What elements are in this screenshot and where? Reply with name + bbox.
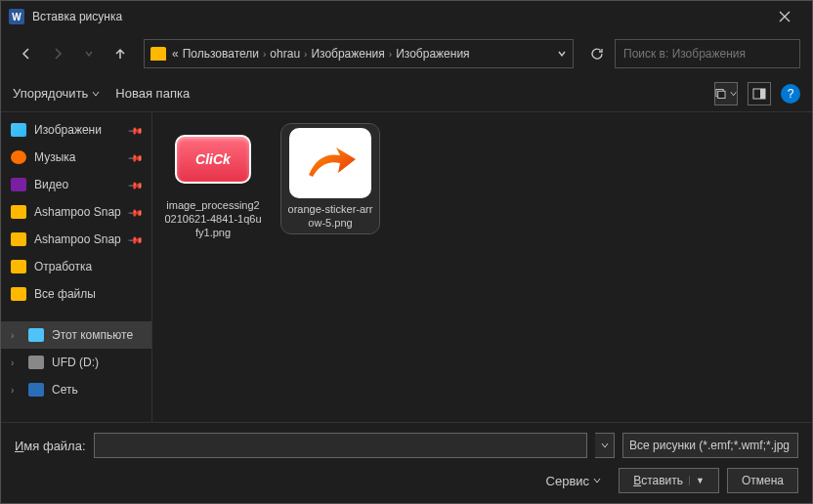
search-input[interactable] bbox=[615, 39, 800, 68]
sidebar-item-label: Все файлы bbox=[34, 287, 96, 301]
chevron-down-icon bbox=[593, 477, 601, 484]
breadcrumb[interactable]: « Пользователи › ohrau › Изображения › И… bbox=[144, 39, 574, 68]
breadcrumb-segment[interactable]: Изображения bbox=[311, 47, 384, 61]
file-item[interactable]: CliCk image_processing20210621-4841-1q6u… bbox=[164, 124, 262, 239]
sidebar-item-folder[interactable]: Отработка bbox=[1, 253, 151, 280]
filename-label: Имя файла: bbox=[15, 439, 86, 453]
folder-icon bbox=[11, 260, 26, 273]
pc-icon bbox=[28, 328, 44, 342]
sidebar-item-video[interactable]: Видео 📌 bbox=[1, 171, 151, 198]
chevron-down-icon[interactable] bbox=[557, 49, 567, 59]
close-icon bbox=[779, 11, 791, 22]
breadcrumb-segment[interactable]: Изображения bbox=[396, 47, 469, 61]
file-name: image_processing20210621-4841-1q6ufy1.pn… bbox=[164, 198, 262, 239]
help-button[interactable]: ? bbox=[781, 84, 800, 104]
filename-dropdown[interactable] bbox=[595, 433, 615, 458]
up-button[interactable] bbox=[107, 40, 134, 67]
forward-button[interactable] bbox=[44, 40, 71, 67]
arrow-icon bbox=[301, 142, 360, 185]
folder-icon bbox=[11, 287, 26, 301]
organize-label: Упорядочить bbox=[13, 86, 88, 101]
tools-menu[interactable]: Сервис bbox=[546, 474, 602, 488]
drive-icon bbox=[28, 356, 44, 369]
arrow-left-icon bbox=[20, 47, 33, 61]
sidebar-item-label: Видео bbox=[34, 178, 68, 191]
preview-icon bbox=[752, 88, 766, 100]
arrow-right-icon bbox=[51, 47, 64, 61]
svg-rect-3 bbox=[760, 89, 765, 99]
recent-dropdown[interactable] bbox=[75, 40, 103, 67]
chevron-down-icon bbox=[601, 441, 609, 449]
music-icon bbox=[11, 150, 26, 164]
pin-icon: 📌 bbox=[128, 204, 144, 220]
back-button[interactable] bbox=[13, 40, 40, 67]
chevron-right-icon: › bbox=[304, 49, 307, 60]
app-icon: W bbox=[9, 9, 24, 24]
images-icon bbox=[11, 123, 26, 137]
sidebar-item-folder[interactable]: Все файлы bbox=[1, 280, 151, 308]
breadcrumb-segment[interactable]: Пользователи bbox=[183, 47, 259, 61]
insert-picture-dialog: W Вставка рисунка « Пользователи › ohrau… bbox=[0, 0, 813, 504]
tools-label: Сервис bbox=[546, 474, 590, 488]
view-icon bbox=[715, 88, 728, 100]
sidebar-item-network[interactable]: › Сеть bbox=[1, 376, 151, 403]
sidebar-item-label: Этот компьюте bbox=[52, 328, 133, 342]
pin-icon: 📌 bbox=[128, 231, 144, 247]
file-item[interactable]: orange-sticker-arrow-5.png bbox=[281, 124, 379, 233]
sidebar-item-drive[interactable]: › UFD (D:) bbox=[1, 349, 151, 376]
navigation-bar: « Пользователи › ohrau › Изображения › И… bbox=[1, 32, 812, 75]
file-thumbnail bbox=[289, 128, 371, 198]
chevron-right-icon: › bbox=[263, 49, 266, 60]
refresh-icon bbox=[590, 47, 604, 61]
breadcrumb-segment[interactable]: ohrau bbox=[270, 47, 300, 61]
network-icon bbox=[28, 383, 44, 397]
file-type-filter[interactable]: Все рисунки (*.emf;*.wmf;*.jpg bbox=[622, 433, 798, 458]
window-title: Вставка рисунка bbox=[32, 10, 765, 23]
toolbar: Упорядочить Новая папка ? bbox=[1, 75, 812, 112]
chevron-right-icon: › bbox=[389, 49, 392, 60]
sidebar-item-label: Изображени bbox=[34, 123, 102, 137]
chevron-down-icon bbox=[92, 90, 100, 98]
sidebar-item-label: Ashampoo Snap bbox=[34, 232, 121, 246]
sidebar-item-label: UFD (D:) bbox=[52, 356, 99, 369]
refresh-button[interactable] bbox=[583, 40, 611, 67]
pin-icon: 📌 bbox=[128, 149, 144, 165]
footer: Имя файла: Все рисунки (*.emf;*.wmf;*.jp… bbox=[1, 422, 812, 503]
sidebar-item-this-pc[interactable]: › Этот компьюте bbox=[1, 321, 151, 349]
svg-rect-1 bbox=[718, 91, 725, 98]
arrow-up-icon bbox=[113, 47, 127, 61]
chevron-right-icon: › bbox=[11, 330, 21, 341]
chevron-right-icon: › bbox=[11, 385, 21, 396]
cancel-button[interactable]: Отмена bbox=[727, 468, 798, 493]
file-name: orange-sticker-arrow-5.png bbox=[285, 202, 375, 230]
close-button[interactable] bbox=[765, 1, 804, 32]
chevron-right-icon: › bbox=[11, 357, 21, 368]
folder-icon bbox=[11, 205, 26, 219]
preview-pane-button[interactable] bbox=[748, 82, 771, 105]
filename-input[interactable] bbox=[94, 433, 587, 458]
titlebar: W Вставка рисунка bbox=[1, 1, 812, 32]
sidebar-item-label: Сеть bbox=[52, 383, 78, 397]
organize-menu[interactable]: Упорядочить bbox=[13, 86, 100, 101]
insert-button[interactable]: Вставить ▼ bbox=[619, 468, 719, 493]
file-thumbnail: CliCk bbox=[172, 124, 254, 194]
folder-icon bbox=[150, 47, 166, 61]
sidebar-item-images[interactable]: Изображени 📌 bbox=[1, 116, 151, 144]
pin-icon: 📌 bbox=[128, 122, 144, 138]
folder-icon bbox=[11, 232, 26, 246]
chevron-down-icon bbox=[84, 49, 94, 59]
view-mode-button[interactable] bbox=[714, 82, 738, 105]
new-folder-button[interactable]: Новая папка bbox=[115, 86, 190, 101]
sidebar-item-folder[interactable]: Ashampoo Snap 📌 bbox=[1, 226, 151, 253]
breadcrumb-prefix: « bbox=[172, 47, 179, 61]
sidebar-item-label: Музыка bbox=[34, 150, 75, 164]
sidebar-item-music[interactable]: Музыка 📌 bbox=[1, 144, 151, 171]
sidebar-item-label: Отработка bbox=[34, 260, 92, 273]
sidebar-item-folder[interactable]: Ashampoo Snap 📌 bbox=[1, 198, 151, 226]
file-list[interactable]: CliCk image_processing20210621-4841-1q6u… bbox=[152, 112, 812, 422]
chevron-down-icon: ▼ bbox=[689, 476, 705, 485]
video-icon bbox=[11, 178, 26, 191]
sidebar: Изображени 📌 Музыка 📌 Видео 📌 Ashampoo S… bbox=[1, 112, 152, 422]
sidebar-item-label: Ashampoo Snap bbox=[34, 205, 121, 219]
filter-label: Все рисунки (*.emf;*.wmf;*.jpg bbox=[629, 439, 790, 452]
